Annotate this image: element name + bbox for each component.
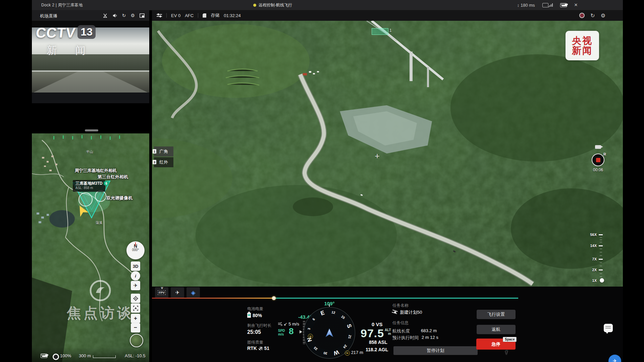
dock-live-video[interactable]: CCTV13 新闻 (32, 21, 149, 103)
zoom-level[interactable]: 7X (592, 257, 597, 261)
cctv-wordmark: CCTV (35, 25, 76, 41)
map-3d-toggle-button[interactable]: 3D (131, 261, 140, 271)
map-aircraft-button[interactable]: ✈ (131, 281, 140, 290)
home-direction-badge: H (308, 334, 313, 339)
map-view-button[interactable]: ✈ (171, 287, 184, 298)
guardrail (32, 70, 149, 72)
zoom-level[interactable]: 56X (590, 233, 597, 237)
flight-settings-button[interactable]: 飞行设置 (477, 310, 516, 319)
home-badge: H (345, 351, 350, 356)
focus-mode[interactable]: AFC (185, 13, 194, 18)
map-marker-label[interactable]: 双光谱摄像机 (106, 195, 132, 201)
wide-lens-button[interactable]: 1 广角 (154, 146, 173, 157)
wide-hotkey: 1 (153, 149, 156, 154)
map-base-card[interactable]: 三库基地M3TD ASL: 858 m (73, 180, 105, 192)
task-name-label: 任务名称 (392, 303, 409, 308)
latency-value: 180 ms (521, 3, 535, 8)
map-marker-label[interactable]: 第三台红外相机 (98, 174, 128, 180)
return-home-button[interactable]: 返航 (477, 325, 516, 334)
panel-resize-handle[interactable] (85, 129, 98, 131)
mission-progress-bar (152, 298, 518, 299)
compass-degrees: 000° (126, 248, 145, 252)
stream-quality-button[interactable] (542, 3, 553, 7)
status-dot-icon (253, 4, 256, 7)
watermark-text: 焦点访谈 (67, 304, 134, 322)
satellite-icon (258, 346, 263, 351)
flight-status: 远程控制-航线飞行 (253, 2, 292, 8)
speed-value: 8 (289, 326, 293, 337)
wind-icon (278, 322, 282, 326)
record-indicator-icon[interactable] (579, 13, 585, 18)
follow-mode-icon[interactable] (53, 354, 59, 360)
link-quality-label: 图传质量 (247, 340, 263, 345)
monitor-icon (542, 3, 548, 7)
map-scale-label: 300 m (79, 353, 91, 358)
mini-map[interactable]: 周宁三库基地红外相机 第三台红外相机 三库基地M3TD ASL: 858 m 6… (32, 133, 149, 362)
map-zoom-out-button[interactable]: − (131, 323, 140, 333)
speed-unit-block: SPDm/s (278, 329, 285, 336)
map-place-label: 半山 (86, 149, 93, 154)
zoom-level[interactable]: 14X (590, 244, 597, 248)
progress-marker (272, 296, 276, 300)
map-status-bar: 100% 300 m ASL: -10.5 (32, 353, 149, 360)
route-length-label: 航线长度 (392, 328, 410, 334)
map-layers-button[interactable] (130, 334, 143, 347)
pitch-pointer (300, 330, 302, 334)
dock-antenna-icon[interactable] (103, 13, 108, 18)
storage-label: 存储 (211, 12, 219, 18)
map-zoom-in-button[interactable]: + (131, 314, 140, 323)
rtk-status: RTK 51 (247, 346, 269, 351)
crosshair-icon: + (375, 151, 380, 161)
view-switcher: FPV V ✈ ◈ (155, 287, 200, 298)
waypoint-view-button[interactable]: ◈ (186, 287, 200, 298)
map-info-button[interactable]: i (131, 271, 140, 281)
map-compass[interactable]: N 000° (126, 241, 145, 259)
speaker-icon[interactable] (112, 13, 117, 18)
fpv-view-button[interactable]: FPV V (155, 287, 168, 298)
zoom-level[interactable]: 1X (592, 279, 597, 283)
vertical-speed: 0 VS (372, 321, 383, 327)
task-info-label: 任务信息 (392, 320, 409, 326)
refresh-icon[interactable]: ↻ (122, 13, 126, 18)
cctv-news-badge: 央视 新闻 (566, 31, 599, 60)
stop-square-icon (596, 158, 600, 162)
updown-arrows-icon: ↕ (517, 3, 520, 8)
close-icon[interactable]: × (574, 2, 578, 8)
aerial-scene (152, 21, 623, 287)
drone-icon (392, 310, 398, 314)
pause-plan-button[interactable]: 暂停计划 (393, 346, 478, 355)
progress-done (152, 298, 274, 299)
map-locate-button[interactable] (131, 294, 140, 303)
keyboard-shortcuts-button[interactable] (560, 3, 567, 7)
signal-bars-icon (549, 3, 553, 7)
plane-icon: ✈ (613, 358, 617, 362)
zoom-level[interactable]: 2X (592, 268, 597, 272)
sd-card-icon (203, 13, 206, 18)
map-marker-label[interactable]: 周宁三库基地红外相机 (75, 168, 117, 174)
refresh-icon[interactable]: ↻ (590, 12, 595, 19)
route-length-value: 683.2 m (421, 328, 437, 333)
zoom-scale[interactable]: 56X 14X 7X 2X 1X (584, 233, 605, 285)
gear-icon[interactable]: ⚙ (130, 13, 135, 18)
map-frame-aircraft-button[interactable] (131, 303, 140, 313)
record-stop-button[interactable]: R (592, 154, 604, 166)
gear-icon[interactable]: ⚙ (601, 12, 605, 19)
cctv-channel: 13 (77, 25, 96, 39)
duration-label: 预计执行时间 (392, 335, 419, 341)
ev-value[interactable]: EV 0 (171, 13, 180, 18)
duration-value: 2 m 12 s (422, 335, 438, 340)
camera-adjust-icon[interactable] (157, 13, 162, 18)
ir-lens-button[interactable]: 3 红外 (154, 157, 173, 167)
zoom-current-dot[interactable] (600, 278, 604, 283)
badge-line1: 央视 (572, 36, 593, 46)
record-elapsed: 00:06 (588, 168, 608, 172)
drone-camera-view[interactable]: 1 央视 新闻 1 广角 3 红外 + R 00:06 56X (152, 21, 623, 287)
badge-line2: 新闻 (572, 46, 593, 55)
pip-window-icon[interactable] (140, 13, 145, 18)
record-group: R 00:06 (588, 144, 608, 172)
flight-time-value: 25:05 (247, 329, 261, 335)
chat-button[interactable] (604, 324, 613, 332)
keyboard-icon[interactable] (41, 354, 47, 358)
ir-label: 红外 (159, 159, 168, 165)
video-camera-icon[interactable] (595, 145, 601, 149)
